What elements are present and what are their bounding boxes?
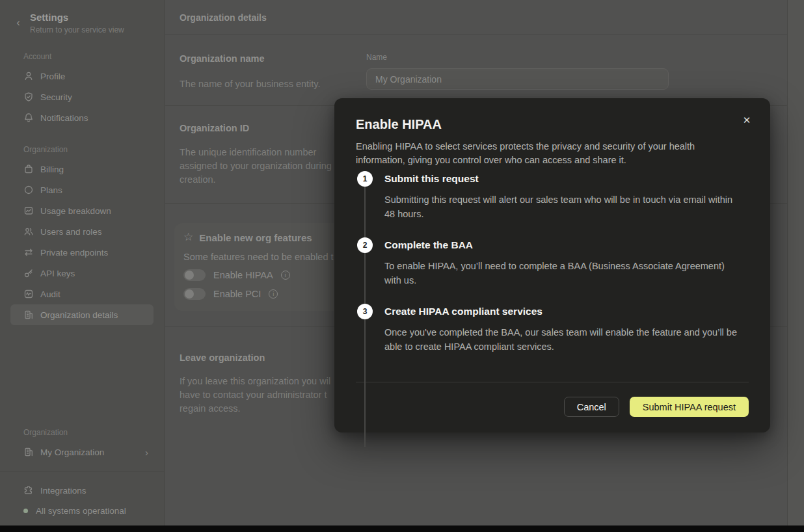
modal-title: Enable HIPAA — [356, 116, 749, 132]
step-title: Complete the BAA — [384, 238, 749, 252]
step-number-badge: 1 — [357, 171, 373, 187]
step-title: Submit this request — [384, 172, 749, 186]
step-body: To enable HIPAA, you’ll need to complete… — [384, 259, 749, 287]
close-icon: ✕ — [743, 114, 751, 126]
steps-list: 1 Submit this request Submitting this re… — [356, 172, 749, 382]
step-body: Once you've completed the BAA, our sales… — [384, 326, 749, 354]
enable-hipaa-modal: ✕ Enable HIPAA Enabling HIPAA to select … — [334, 98, 770, 432]
step-2: 2 Complete the BAA To enable HIPAA, you’… — [356, 238, 749, 287]
modal-footer: Cancel Submit HIPAA request — [356, 382, 749, 432]
window-bottom-edge — [0, 525, 804, 532]
step-1: 1 Submit this request Submitting this re… — [356, 172, 749, 221]
close-button[interactable]: ✕ — [739, 113, 755, 128]
modal-description: Enabling HIPAA to select services protec… — [356, 140, 749, 167]
cancel-button[interactable]: Cancel — [564, 397, 619, 417]
submit-hipaa-request-button[interactable]: Submit HIPAA request — [630, 397, 749, 417]
step-body: Submitting this request will alert our s… — [384, 193, 749, 221]
step-title: Create HIPAA compliant services — [384, 304, 749, 319]
step-3: 3 Create HIPAA compliant services Once y… — [356, 304, 749, 354]
step-number-badge: 2 — [357, 237, 373, 253]
step-number-badge: 3 — [357, 304, 373, 319]
